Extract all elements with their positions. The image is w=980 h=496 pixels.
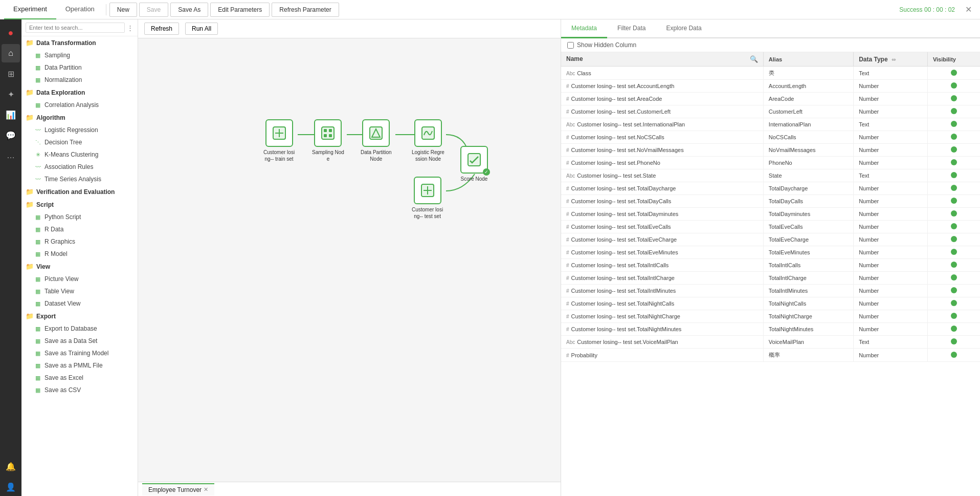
cell-name-4: AbcCustomer losing-- test set.Internatio… xyxy=(561,118,763,131)
group-data-exploration: 📁 Data Exploration ▦ Correlation Analysi… xyxy=(21,86,138,111)
cell-datatype-8: Text xyxy=(854,169,928,182)
sidebar-item-save-excel[interactable]: ▦ Save as Excel xyxy=(21,372,138,384)
rail-user[interactable]: 👤 xyxy=(2,478,20,496)
rail-grid[interactable]: ⊞ xyxy=(2,64,20,83)
right-tab-filter-data[interactable]: Filter Data xyxy=(607,19,656,38)
right-tab-metadata[interactable]: Metadata xyxy=(561,19,607,38)
sidebar-label-save-excel: Save as Excel xyxy=(44,374,83,381)
sidebar-item-table-view[interactable]: ▦ Table View xyxy=(21,285,138,297)
export-db-icon: ▦ xyxy=(34,325,42,333)
rail-notification[interactable]: 🔔 xyxy=(2,457,20,476)
cell-name-5: #Customer losing-- test set.NoCSCalls xyxy=(561,131,763,144)
r-model-icon: ▦ xyxy=(34,250,42,258)
sidebar-item-sampling[interactable]: ▦ Sampling xyxy=(21,49,138,61)
cell-alias-7: PhoneNo xyxy=(763,157,853,169)
cell-visibility-7 xyxy=(927,157,980,169)
canvas-tab-label: Employee Turnover xyxy=(148,486,202,493)
sidebar-item-kmeans[interactable]: ✳ K-Means Clustering xyxy=(21,148,138,161)
sidebar-item-r-graphics[interactable]: ▦ R Graphics xyxy=(21,235,138,248)
sidebar-item-r-model[interactable]: ▦ R Model xyxy=(21,248,138,260)
rail-home[interactable]: ⌂ xyxy=(2,44,20,62)
cell-name-9: #Customer losing-- test set.TotalDaychar… xyxy=(561,182,763,195)
cell-datatype-2: Number xyxy=(854,93,928,105)
save-excel-icon: ▦ xyxy=(34,374,42,382)
table-row: #Customer losing-- test set.TotalDayminu… xyxy=(561,208,980,221)
cell-visibility-17 xyxy=(927,285,980,297)
group-header-algorithm[interactable]: 📁 Algorithm xyxy=(21,111,138,124)
btn-refresh-param[interactable]: Refresh Parameter xyxy=(272,3,339,17)
col-header-alias: Alias xyxy=(763,52,853,67)
table-row: #Customer losing-- test set.NoCSCallsNoC… xyxy=(561,131,980,144)
sidebar-item-time-series[interactable]: 〰 Time Series Analysis xyxy=(21,173,138,185)
group-header-verification[interactable]: 📁 Verification and Evaluation xyxy=(21,185,138,198)
group-header-view[interactable]: 📁 View xyxy=(21,260,138,273)
sidebar-item-correlation-analysis[interactable]: ▦ Correlation Analysis xyxy=(21,99,138,111)
sidebar-item-save-csv[interactable]: ▦ Save as CSV xyxy=(21,384,138,396)
cell-visibility-20 xyxy=(927,323,980,336)
group-header-export[interactable]: 📁 Export xyxy=(21,310,138,322)
cell-alias-12: TotalEveCalls xyxy=(763,221,853,233)
sidebar-item-python-script[interactable]: ▦ Python Script xyxy=(21,211,138,223)
btn-edit-params[interactable]: Edit Parameters xyxy=(210,3,270,17)
canvas[interactable]: Customer losing-- train set Sampling Nod… xyxy=(138,38,561,482)
type-icon-5: # xyxy=(566,135,569,140)
btn-save-as[interactable]: Save As xyxy=(170,3,208,17)
search-input[interactable] xyxy=(26,23,125,33)
rail-tools[interactable]: ✦ xyxy=(2,85,20,103)
rail-chart[interactable]: 📊 xyxy=(2,105,20,124)
btn-new[interactable]: New xyxy=(109,3,137,17)
group-label-view: View xyxy=(36,263,50,270)
group-header-data-exploration[interactable]: 📁 Data Exploration xyxy=(21,86,138,99)
cell-name-20: #Customer losing-- test set.TotalNightMi… xyxy=(561,323,763,336)
right-tab-explore-data[interactable]: Explore Data xyxy=(656,19,711,38)
group-header-data-transformation[interactable]: 📁 Data Transformation xyxy=(21,36,138,49)
cell-alias-0: 类 xyxy=(763,67,853,80)
group-label-data-transformation: Data Transformation xyxy=(36,39,96,47)
sidebar-item-save-data-set[interactable]: ▦ Save as a Data Set xyxy=(21,335,138,347)
save-csv-icon: ▦ xyxy=(34,386,42,394)
run-all-button[interactable]: Run All xyxy=(185,23,218,35)
sidebar-item-r-data[interactable]: ▦ R Data xyxy=(21,223,138,235)
group-header-script[interactable]: 📁 Script xyxy=(21,198,138,211)
node-box-score: ✓ xyxy=(460,146,488,174)
canvas-tab-employee-turnover[interactable]: Employee Turnover ✕ xyxy=(142,483,214,495)
node-box-logistic-regression xyxy=(414,119,442,147)
sidebar-item-association-rules[interactable]: 〰 Association Rules xyxy=(21,161,138,173)
group-label-data-exploration: Data Exploration xyxy=(36,89,85,96)
tab-operation[interactable]: Operation xyxy=(56,0,104,19)
sidebar-item-save-pmml[interactable]: ▦ Save as a PMML File xyxy=(21,359,138,372)
close-button[interactable]: ✕ xyxy=(961,5,976,14)
search-button[interactable]: ⋮ xyxy=(127,24,133,32)
sidebar-item-picture-view[interactable]: ▦ Picture View xyxy=(21,273,138,285)
sidebar-item-dataset-view[interactable]: ▦ Dataset View xyxy=(21,297,138,310)
sidebar-item-logistic-regression[interactable]: 〰 Logistic Regression xyxy=(21,124,138,136)
refresh-button[interactable]: Refresh xyxy=(144,23,179,35)
canvas-tab-close[interactable]: ✕ xyxy=(204,486,208,493)
col-datatype-label: Data Type xyxy=(859,56,887,63)
node-data-partition[interactable]: Data PartitionNode xyxy=(361,119,392,162)
node-box-customer-train xyxy=(265,119,293,147)
sidebar-item-export-to-database[interactable]: ▦ Export to Database xyxy=(21,322,138,335)
sidebar-item-save-training-model[interactable]: ▦ Save as Training Model xyxy=(21,347,138,359)
cell-visibility-14 xyxy=(927,246,980,259)
sidebar-item-data-partition[interactable]: ▦ Data Partition xyxy=(21,61,138,74)
cell-name-17: #Customer losing-- test set.TotalIntlMin… xyxy=(561,285,763,297)
node-customer-train[interactable]: Customer losing-- train set xyxy=(263,119,295,162)
datatype-resize-icon[interactable]: ⇔ xyxy=(892,57,896,62)
node-logistic-regression[interactable]: Logistic Regression Node xyxy=(412,119,444,162)
cell-alias-17: TotalIntlMinutes xyxy=(763,285,853,297)
node-sampling[interactable]: Sampling Node xyxy=(312,119,344,162)
table-body: AbcClass类Text#Customer losing-- test set… xyxy=(561,67,980,362)
name-search-icon[interactable]: 🔍 xyxy=(750,55,758,63)
rail-chat[interactable]: 💬 xyxy=(2,126,20,144)
node-score[interactable]: ✓ Score Node xyxy=(460,146,488,182)
rail-more[interactable]: … xyxy=(2,146,20,165)
cell-name-15: #Customer losing-- test set.TotalIntlCal… xyxy=(561,259,763,272)
show-hidden-column-checkbox[interactable] xyxy=(567,42,574,49)
cell-name-13: #Customer losing-- test set.TotalEveChar… xyxy=(561,233,763,246)
sidebar-item-normalization[interactable]: ▦ Normalization xyxy=(21,74,138,86)
node-customer-test[interactable]: Customer losing-- test set xyxy=(412,177,443,220)
tab-experiment[interactable]: Experiment xyxy=(4,0,56,19)
sidebar-item-decision-tree[interactable]: ⋱ Decision Tree xyxy=(21,136,138,148)
btn-save[interactable]: Save xyxy=(139,3,168,17)
